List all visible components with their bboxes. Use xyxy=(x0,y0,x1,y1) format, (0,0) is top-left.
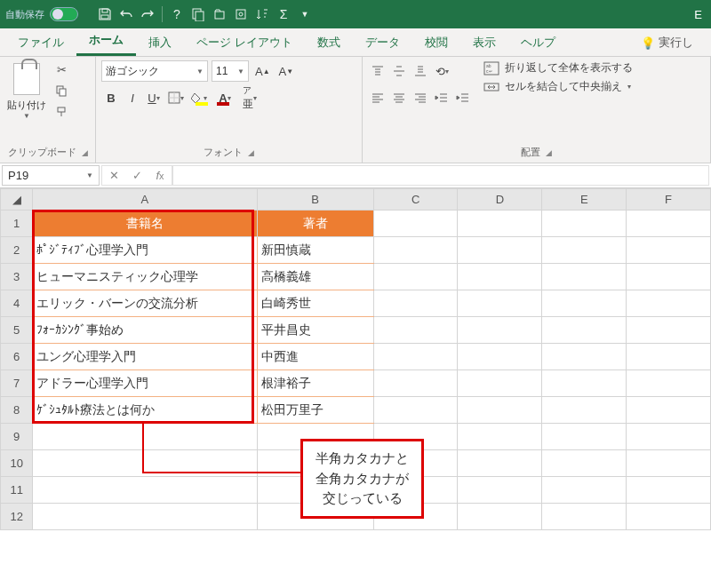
tab-formulas[interactable]: 数式 xyxy=(305,29,353,56)
tab-review[interactable]: 校閲 xyxy=(412,29,460,56)
copy-icon[interactable] xyxy=(52,82,71,99)
cell[interactable] xyxy=(627,424,711,450)
cell[interactable] xyxy=(542,504,627,530)
cell[interactable]: 白崎秀世 xyxy=(257,290,373,317)
cell[interactable] xyxy=(542,237,627,264)
col-header-A[interactable]: A xyxy=(33,189,257,211)
col-header-D[interactable]: D xyxy=(458,189,542,211)
row-header[interactable]: 10 xyxy=(1,450,33,477)
cell[interactable] xyxy=(542,477,627,504)
align-middle-icon[interactable] xyxy=(389,60,409,82)
row-header[interactable]: 6 xyxy=(1,344,33,370)
cell[interactable] xyxy=(458,211,542,237)
cell[interactable]: ｹﾞｼｭﾀﾙﾄ療法とは何か xyxy=(33,397,257,424)
row-header[interactable]: 3 xyxy=(1,264,33,290)
select-all-corner[interactable]: ◢ xyxy=(1,189,33,211)
cell[interactable]: 中西進 xyxy=(257,344,373,370)
cell[interactable] xyxy=(542,264,627,290)
cell[interactable] xyxy=(458,504,542,530)
row-header[interactable]: 4 xyxy=(1,290,33,317)
underline-button[interactable]: U▾ xyxy=(144,87,164,108)
alignment-dialog-launcher[interactable]: ◢ xyxy=(546,148,552,157)
wrap-text-button[interactable]: abc↵ 折り返して全体を表示する xyxy=(483,60,633,75)
align-bottom-icon[interactable] xyxy=(411,60,430,82)
decrease-indent-icon[interactable] xyxy=(432,87,451,108)
cell[interactable] xyxy=(458,370,542,397)
cell[interactable] xyxy=(627,237,711,264)
cell[interactable] xyxy=(627,317,711,344)
col-header-C[interactable]: C xyxy=(373,189,458,211)
name-box[interactable]: P19 ▼ xyxy=(2,165,100,186)
decrease-font-icon[interactable]: A▼ xyxy=(276,60,297,82)
cancel-formula-icon[interactable]: ✕ xyxy=(102,169,125,182)
italic-button[interactable]: I xyxy=(123,87,142,108)
cell[interactable]: ﾌｫｰｶｼﾝｸﾞ事始め xyxy=(33,317,257,344)
cell[interactable]: 松田万里子 xyxy=(257,397,373,424)
cell[interactable] xyxy=(458,237,542,264)
font-name-selector[interactable]: 游ゴシック ▼ xyxy=(101,60,208,82)
align-left-icon[interactable] xyxy=(368,87,387,108)
cell[interactable] xyxy=(627,344,711,370)
fx-icon[interactable]: fx xyxy=(148,169,172,182)
row-header[interactable]: 11 xyxy=(1,477,33,504)
increase-font-icon[interactable]: A▲ xyxy=(252,60,273,82)
border-button[interactable]: ▾ xyxy=(165,87,187,108)
merge-center-button[interactable]: セルを結合して中央揃え ▾ xyxy=(483,79,633,94)
tab-page-layout[interactable]: ページ レイアウト xyxy=(184,29,305,56)
cell[interactable] xyxy=(373,344,458,370)
cell[interactable] xyxy=(373,264,458,290)
cell[interactable] xyxy=(458,317,542,344)
cell[interactable]: 新田慎蔵 xyxy=(257,237,373,264)
row-header[interactable]: 1 xyxy=(1,211,33,237)
help-icon[interactable]: ? xyxy=(168,5,186,23)
cell[interactable] xyxy=(627,397,711,424)
preview-icon[interactable] xyxy=(232,5,250,23)
cell[interactable] xyxy=(627,504,711,530)
cell[interactable] xyxy=(373,370,458,397)
cell[interactable]: ユング心理学入門 xyxy=(33,344,257,370)
cell[interactable] xyxy=(373,397,458,424)
cell[interactable] xyxy=(542,397,627,424)
row-header[interactable]: 2 xyxy=(1,237,33,264)
row-header[interactable]: 9 xyxy=(1,424,33,450)
font-dialog-launcher[interactable]: ◢ xyxy=(248,148,254,157)
cell[interactable]: 書籍名 xyxy=(33,211,257,237)
tab-home[interactable]: ホーム xyxy=(76,27,136,56)
cell[interactable] xyxy=(458,477,542,504)
cell[interactable]: 著者 xyxy=(257,211,373,237)
row-header[interactable]: 12 xyxy=(1,504,33,530)
cell[interactable]: ヒューマニスティック心理学 xyxy=(33,264,257,290)
col-header-F[interactable]: F xyxy=(627,189,711,211)
tab-help[interactable]: ヘルプ xyxy=(508,29,568,56)
sort-icon[interactable] xyxy=(253,5,271,23)
cell[interactable] xyxy=(627,264,711,290)
cell[interactable] xyxy=(458,290,542,317)
cell[interactable] xyxy=(542,450,627,477)
cut-icon[interactable]: ✂ xyxy=(52,60,71,78)
save-icon[interactable] xyxy=(96,5,114,23)
cell[interactable] xyxy=(627,370,711,397)
cell[interactable] xyxy=(458,450,542,477)
tab-view[interactable]: 表示 xyxy=(460,29,508,56)
cell[interactable] xyxy=(373,211,458,237)
align-center-icon[interactable] xyxy=(389,87,409,108)
cell[interactable] xyxy=(33,424,257,450)
cell[interactable] xyxy=(542,344,627,370)
col-header-E[interactable]: E xyxy=(542,189,627,211)
cell[interactable]: エリック・バーンの交流分析 xyxy=(33,290,257,317)
cell[interactable] xyxy=(542,290,627,317)
tab-file[interactable]: ファイル xyxy=(5,29,76,56)
formula-input[interactable] xyxy=(172,165,709,186)
undo-icon[interactable] xyxy=(117,5,135,23)
cell[interactable] xyxy=(458,424,542,450)
increase-indent-icon[interactable] xyxy=(453,87,473,108)
bold-button[interactable]: B xyxy=(101,87,121,108)
clipboard-dialog-launcher[interactable]: ◢ xyxy=(82,148,88,157)
cell[interactable] xyxy=(542,317,627,344)
row-header[interactable]: 7 xyxy=(1,370,33,397)
cell[interactable] xyxy=(458,264,542,290)
redo-icon[interactable] xyxy=(139,5,156,23)
format-painter-icon[interactable] xyxy=(52,103,71,121)
cell[interactable] xyxy=(627,211,711,237)
cell[interactable]: 根津裕子 xyxy=(257,370,373,397)
